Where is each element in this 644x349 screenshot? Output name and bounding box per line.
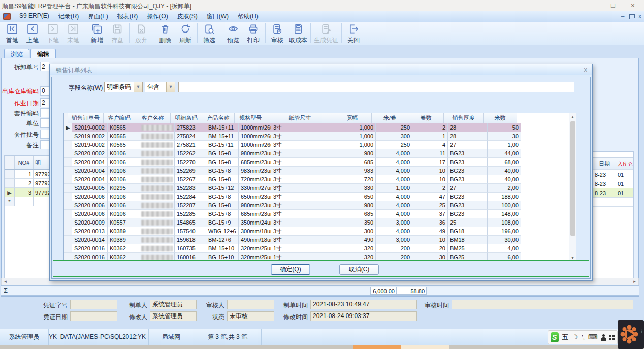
column-header-10[interactable]: 卷数 [408,113,444,123]
keyboard-icon[interactable]: ⌨ [588,332,598,342]
cell-12: 40,00 [488,167,521,175]
menu-item-4[interactable]: 报表(R) [113,11,143,22]
menu-item-8[interactable]: 帮助(H) [233,11,263,22]
cell-code: 97792 [34,170,50,179]
taskbar-item[interactable] [401,345,449,349]
minimize-button[interactable]: – [587,1,602,10]
toolbar-button-exit[interactable]: 关闭 [343,23,364,45]
table-row[interactable]: S2020-0013K0389157540WBG-12+6300mm/18um.… [64,227,576,236]
taskbar-item-active[interactable] [353,345,401,349]
field-input-套件编码[interactable] [40,108,49,117]
toolbar-button-prev[interactable]: 上笔 [22,23,43,45]
filter-field-combo[interactable]: 明细条码 ▼ [104,82,143,92]
table-row[interactable]: S2020-0004K0106152267BG-15+8720mm/23um..… [64,175,576,184]
table-row[interactable]: 8-2301 [593,188,633,198]
menu-item-2[interactable]: 记录(R) [54,11,84,22]
table-row[interactable]: 297792 [5,179,50,188]
column-header-9[interactable]: 米/卷 [372,113,408,123]
scroll-left-icon[interactable]: ◂ [2,278,9,285]
toolbar-button-last: 末笔 [63,23,83,45]
column-header-11[interactable]: 销售厚度 [444,113,484,123]
filter-operator-combo[interactable]: 包含 ▼ [145,82,175,92]
table-row[interactable]: 8-2301 [593,170,633,179]
toolbar-button-print[interactable]: 打印 [243,23,264,45]
menu-item-5[interactable]: 操作(O) [142,11,172,22]
toolbar-button-first[interactable]: 首笔 [2,23,22,45]
table-row[interactable]: S2020-0004K0106152270BG-15+8685mm/23um..… [64,158,576,167]
field-input-套件批号[interactable] [40,130,49,139]
scroll-right-icon[interactable]: ▸ [631,278,638,285]
column-header-code[interactable]: 明 [34,156,50,169]
table-row[interactable]: S2020-0014K0389159618BM-12+6490mm/18um..… [64,236,576,244]
toolbar-button-add[interactable]: 新增 [87,23,107,45]
maximize-button[interactable]: □ [605,1,621,10]
table-row[interactable]: S2020-0006K0106152287BG-15+8980mm/23um..… [64,201,576,210]
toolbar-button-refresh[interactable]: 刷新 [175,23,196,45]
column-header-12[interactable]: 米数 [484,113,517,123]
menu-item-1[interactable]: S9 ERP(E) [15,11,54,22]
table-row[interactable] [593,198,633,207]
row-marker [64,210,72,218]
field-input-单位[interactable] [40,118,49,128]
chevron-down-icon[interactable]: ▼ [134,82,142,92]
toolbar-button-audit[interactable]: 审核 [267,23,287,45]
person-icon[interactable] [601,334,605,341]
cell-10: 11 [412,149,448,158]
recorder-widget[interactable]: ⁞ [618,320,644,349]
column-header-1[interactable]: 销售订单号 [68,113,104,123]
vscroll-thumb[interactable] [570,121,575,236]
ok-button[interactable]: 确定(Q) [271,264,310,275]
table-row[interactable]: S2020-0005K0295152283BG-15+12330mm/27um.… [64,184,576,193]
field-input-备注[interactable] [40,140,49,149]
mdi-close-button[interactable]: x [636,13,644,19]
table-row[interactable]: S2019-0002K0565275824BM-15+111000mm/26u.… [64,132,576,141]
column-header-no[interactable]: NO# [15,156,34,169]
close-button[interactable]: × [625,1,640,10]
column-header-7[interactable]: 纸管尺寸 [267,113,333,123]
dialog-close-icon[interactable]: x [584,66,588,73]
toolbar-button-filter[interactable]: 筛选 [199,23,219,45]
sogou-icon[interactable]: S [551,332,559,342]
field-input-拆卸单号[interactable]: 2 [40,62,49,71]
column-header-3[interactable]: 客户名称 [135,113,171,123]
column-header-6[interactable]: 规格型号 [235,113,267,123]
column-header-8[interactable]: 宽幅 [333,113,372,123]
table-row[interactable]: S2020-0002K0106152262BG-15+8980mm/23um..… [64,149,576,158]
mdi-minimize-button[interactable]: – [619,13,627,19]
cell-11: BG23 [448,210,488,218]
wubi-icon[interactable]: 五 [562,332,569,342]
table-row[interactable]: S2020-0006K0106152284BG-15+8650mm/23um..… [64,193,576,201]
table-row[interactable]: 8-2301 [593,179,633,188]
table-row[interactable]: S2020-0016K0362160735BM-15+10320mm/25um.… [64,244,576,253]
table-row[interactable]: S2020-0006K0106152285BG-15+8685mm/23um..… [64,210,576,218]
table-row[interactable]: S2019-0002K0565275821BG-15+111000mm/26u.… [64,141,576,149]
column-header-4[interactable]: 明细条码 [171,113,202,123]
menu-item-6[interactable]: 皮肤(S) [173,11,202,22]
toolbar-button-preview[interactable]: 预览 [223,23,243,45]
menu-item-3[interactable]: 界面(F) [83,11,112,22]
column-header-date[interactable]: 日期 [593,158,616,170]
cell-10: 36 [412,218,448,227]
mdi-restore-button[interactable] [628,14,636,20]
field-input-作业日期[interactable]: 2 [40,98,49,107]
toolbar-button-cost[interactable]: 取成本 [287,23,309,45]
column-header-2[interactable]: 客户编码 [104,113,135,123]
table-row[interactable]: S2020-0004K0106152269BG-15+8983mm/23um..… [64,167,576,175]
field-input-出库仓库编码[interactable]: 0 [40,86,49,96]
menu-item-7[interactable]: 窗口(W) [202,11,233,22]
moon-icon[interactable]: ☽ [572,332,578,342]
table-row[interactable]: S2020-0009K0557154865BG-15+9350mm/24um..… [64,218,576,227]
table-row[interactable]: ▶S2019-0002K0565275823BM-15+111000mm/26u… [64,123,576,132]
toolbar-button-delete[interactable]: 删除 [155,23,175,45]
column-header-5[interactable]: 产品名称 [202,113,235,123]
column-header-warehouse[interactable]: 入库仓库 [616,158,633,170]
grid-icon[interactable] [609,335,615,340]
scroll-up-icon[interactable]: ▴ [569,114,576,120]
cancel-button[interactable]: 取消(C) [339,264,379,275]
search-input[interactable] [178,82,574,92]
table-row[interactable]: ▶397792 [5,188,50,197]
chevron-down-icon[interactable]: ▼ [166,82,175,92]
table-row[interactable]: * [5,197,50,206]
punct-icon[interactable]: ’, [582,332,585,342]
table-row[interactable]: 197792 [5,170,50,179]
